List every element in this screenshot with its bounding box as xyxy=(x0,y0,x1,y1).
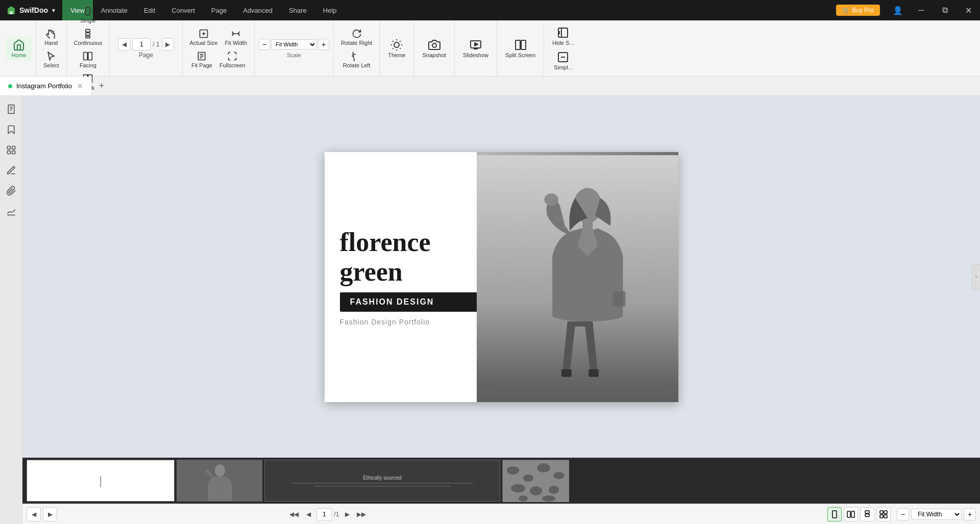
svg-rect-27 xyxy=(589,369,599,377)
svg-point-35 xyxy=(553,472,565,479)
page-indicator: ◀◀ ◀ /1 ▶ ▶▶ xyxy=(288,508,368,520)
thumbnail-4[interactable] xyxy=(502,460,569,502)
zoom-out-button[interactable]: − xyxy=(897,508,909,520)
toolbar-home-group: Home xyxy=(2,20,36,76)
scale-select[interactable]: Fit Width Actual Size 50% 75% 100% 125% … xyxy=(271,39,317,49)
restore-button[interactable]: ⧉ xyxy=(933,0,957,20)
fit-page-button[interactable]: Fit Page xyxy=(188,49,215,70)
rotate-left-button[interactable]: Rotate Left xyxy=(340,49,374,70)
svg-point-32 xyxy=(507,466,519,475)
simple-button[interactable]: Simpl... xyxy=(550,49,577,72)
continuous-button[interactable]: Continuous xyxy=(71,27,106,48)
slideshow-button[interactable]: Slideshow xyxy=(459,37,493,60)
facing-button[interactable]: Facing xyxy=(77,49,100,70)
next-page-bottom-button[interactable]: ▶ xyxy=(341,508,353,520)
thumbnail-3[interactable]: Ethically sourced xyxy=(264,460,500,502)
nav-prev-button[interactable]: ◀ xyxy=(27,507,41,521)
document-view: florence green FASHION DESIGN Fashion De… xyxy=(22,96,980,458)
svg-rect-47 xyxy=(884,511,887,514)
minimize-button[interactable]: ─ xyxy=(910,0,933,20)
app-logo[interactable]: SwifDoo ▼ xyxy=(0,5,62,15)
svg-rect-3 xyxy=(86,36,90,38)
last-page-button[interactable]: ▶▶ xyxy=(355,508,368,520)
svg-rect-4 xyxy=(84,52,88,60)
sidebar-pages-button[interactable] xyxy=(2,100,20,118)
theme-button[interactable]: Theme xyxy=(384,37,409,60)
view-double-icon[interactable] xyxy=(844,507,858,521)
window-controls: 🛒 Buy Pro 👤 ─ ⧉ ✕ xyxy=(836,0,980,20)
svg-point-9 xyxy=(432,43,436,47)
app-dropdown-icon[interactable]: ▼ xyxy=(51,8,56,13)
user-icon-button[interactable]: 👤 xyxy=(886,0,910,20)
sidebar-signatures-button[interactable] xyxy=(2,202,20,220)
hand-button[interactable]: Hand xyxy=(41,27,61,48)
menu-edit[interactable]: Edit xyxy=(136,0,163,20)
svg-rect-12 xyxy=(516,40,520,49)
fit-width-button[interactable]: Fit Width xyxy=(222,27,250,48)
view-grid-icon[interactable] xyxy=(876,507,891,521)
view-scroll-icon[interactable] xyxy=(860,507,874,521)
svg-point-37 xyxy=(530,486,542,495)
svg-point-33 xyxy=(523,475,533,482)
tab-active-indicator xyxy=(8,84,12,88)
menu-advanced[interactable]: Advanced xyxy=(235,0,281,20)
svg-point-36 xyxy=(511,484,525,492)
snapshot-button[interactable]: Snapshot xyxy=(418,37,450,60)
svg-rect-19 xyxy=(7,151,10,154)
scale-minus-button[interactable]: − xyxy=(259,39,270,50)
svg-rect-0 xyxy=(86,7,90,15)
sidebar-bookmarks-button[interactable] xyxy=(2,120,20,139)
cart-icon: 🛒 xyxy=(842,7,850,14)
tabs-bar: Instagram Portfolio ✕ + xyxy=(0,77,980,96)
toolbar-view-size-group: Actual Size Fit Width Fit Page xyxy=(183,20,255,76)
close-button[interactable]: ✕ xyxy=(957,0,980,20)
actual-size-button[interactable]: Actual Size xyxy=(187,27,221,48)
select-button[interactable]: Select xyxy=(40,49,62,70)
svg-point-34 xyxy=(537,463,550,472)
page-current-input[interactable] xyxy=(316,508,332,520)
menu-annotate[interactable]: Annotate xyxy=(93,0,136,20)
toolbar-page-nav-group: ◀ / 1 ▶ Page xyxy=(110,20,182,76)
toolbar-snapshot-group: Snapshot xyxy=(414,20,454,76)
svg-rect-26 xyxy=(561,369,571,377)
svg-rect-20 xyxy=(12,151,15,154)
rotate-right-button[interactable]: Rotate Right xyxy=(338,27,375,48)
hide-sidebar-button[interactable]: Hide S... xyxy=(548,24,578,48)
thumbnail-2[interactable] xyxy=(177,460,262,502)
zoom-in-button[interactable]: + xyxy=(964,508,976,520)
menu-bar: View Annotate Edit Convert Page Advanced… xyxy=(62,0,836,20)
thumbnail-1[interactable]: | xyxy=(27,460,175,502)
buy-pro-button[interactable]: 🛒 Buy Pro xyxy=(836,5,880,16)
view-single-icon[interactable] xyxy=(827,507,842,521)
home-button[interactable]: Home xyxy=(6,37,32,60)
first-page-button[interactable]: ◀◀ xyxy=(288,508,300,520)
page-number-input[interactable] xyxy=(132,38,151,51)
svg-rect-43 xyxy=(851,511,854,517)
zoom-select-bottom[interactable]: Fit Width Actual Size 50% 100% 150% 200% xyxy=(911,509,962,520)
menu-share[interactable]: Share xyxy=(281,0,315,20)
single-button[interactable]: Single xyxy=(77,4,99,26)
sidebar-attachments-button[interactable] xyxy=(2,182,20,200)
scale-plus-button[interactable]: + xyxy=(318,39,329,50)
nav-next-button[interactable]: ▶ xyxy=(43,507,57,521)
add-tab-button[interactable]: + xyxy=(92,77,111,95)
tab-close-icon[interactable]: ✕ xyxy=(77,82,83,90)
page-navigation: ◀ / 1 ▶ xyxy=(114,38,178,51)
tab-instagram-portfolio[interactable]: Instagram Portfolio ✕ xyxy=(0,77,92,95)
svg-point-25 xyxy=(544,193,558,206)
prev-page-bottom-button[interactable]: ◀ xyxy=(302,508,314,520)
menu-help[interactable]: Help xyxy=(315,0,345,20)
next-page-button[interactable]: ▶ xyxy=(162,38,174,51)
fullscreen-button[interactable]: Fullscreen xyxy=(216,49,249,70)
menu-convert[interactable]: Convert xyxy=(163,0,203,20)
text-section: florence green FASHION DESIGN Fashion De… xyxy=(325,152,502,402)
svg-rect-17 xyxy=(7,146,10,149)
split-screen-button[interactable]: Split Screen xyxy=(501,37,540,60)
sidebar-annotations-button[interactable] xyxy=(2,161,20,180)
menu-page[interactable]: Page xyxy=(203,0,235,20)
right-panel-collapse-button[interactable]: › xyxy=(972,264,980,290)
sidebar-thumbnails-button[interactable] xyxy=(2,141,20,159)
prev-page-button[interactable]: ◀ xyxy=(118,38,130,51)
toolbar-theme-group: Theme xyxy=(380,20,414,76)
page-total: / 1 xyxy=(153,41,159,48)
